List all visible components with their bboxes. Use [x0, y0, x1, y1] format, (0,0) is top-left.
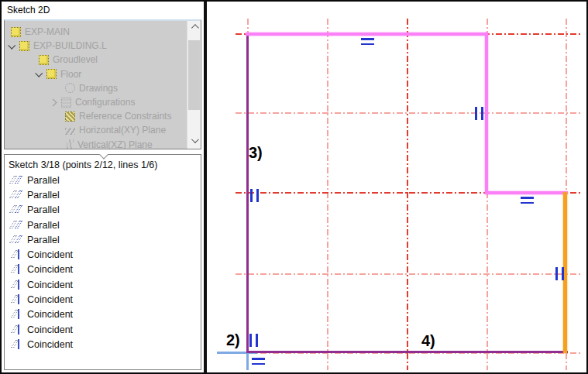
tree-item-drawings[interactable]: Drawings: [5, 81, 201, 95]
sketch-icon: [46, 69, 57, 79]
coincident-icon: [11, 249, 22, 260]
tree-scrollbar[interactable]: [187, 21, 201, 149]
tree-item-vertical-plane[interactable]: Vertical(XZ) Plane: [5, 138, 201, 150]
coincident-icon: [11, 324, 22, 335]
parallel-icon: [11, 190, 22, 201]
sketch-icon: [19, 41, 29, 51]
scrollbar-thumb[interactable]: [188, 40, 200, 110]
coincident-icon: [11, 309, 22, 320]
coincident-icon: [11, 264, 22, 275]
chevron-down-icon[interactable]: [34, 71, 43, 77]
constraint-label: Coincident: [27, 324, 73, 335]
parallel-constraint-symbol[interactable]: [555, 267, 564, 280]
origin-axis-y: [246, 352, 249, 370]
tree-item-label: Vertical(XZ) Plane: [77, 139, 153, 149]
list-item[interactable]: Coincident: [5, 322, 201, 337]
wall-left[interactable]: [246, 33, 249, 353]
tree-item-label: Groudlevel: [53, 54, 98, 65]
constraint-label: Coincident: [27, 294, 73, 305]
wall-step[interactable]: [485, 191, 568, 194]
tree-item-label: EXP-BUILDING.L: [33, 40, 107, 51]
vertex-label: 4): [421, 333, 435, 348]
vertical-plane-icon: [67, 139, 74, 149]
tree-item-exp-building[interactable]: EXP-BUILDING.L: [5, 39, 201, 53]
wall-right-upper[interactable]: [485, 33, 488, 194]
chevron-up-icon: [191, 24, 199, 32]
list-item[interactable]: Parallel: [5, 203, 201, 218]
tree-item-label: Horizontal(XY) Plane: [79, 125, 166, 136]
tree-item-label: Reference Constraints: [79, 111, 171, 122]
construction-line-vertical: [327, 19, 328, 370]
tree-item-configurations[interactable]: Configurations: [5, 95, 201, 109]
equal-constraint-symbol[interactable]: [521, 197, 534, 204]
constraint-label: Coincident: [27, 249, 73, 260]
sketch-icon: [39, 55, 49, 65]
parallel-icon: [11, 235, 22, 245]
sketch-icon: [11, 27, 21, 37]
parallel-icon: [11, 204, 22, 215]
coincident-icon: [11, 339, 22, 350]
tree-item-exp-main[interactable]: EXP-MAIN: [5, 25, 201, 39]
constraint-label: Coincident: [27, 280, 73, 290]
list-item[interactable]: Coincident: [5, 277, 201, 292]
tree-item-label: Floor: [60, 69, 81, 80]
list-item[interactable]: Coincident: [5, 337, 201, 352]
reference-constraints-icon: [65, 112, 75, 122]
tree-item-label: EXP-MAIN: [25, 26, 70, 37]
equal-constraint-symbol[interactable]: [252, 358, 265, 365]
parallel-constraint-symbol[interactable]: [249, 334, 258, 347]
parallel-icon: [11, 220, 22, 231]
construction-line-vertical: [407, 19, 408, 370]
panel-title: Sketch 2D: [2, 2, 204, 19]
tree-item-label: Configurations: [75, 97, 135, 108]
sketch-canvas[interactable]: 3)2)4): [207, 2, 586, 372]
tree-item-floor[interactable]: Floor: [5, 67, 201, 81]
constraint-label: Coincident: [27, 339, 73, 350]
chevron-down-icon[interactable]: [7, 43, 15, 49]
equal-constraint-symbol[interactable]: [361, 38, 374, 45]
constraint-label: Parallel: [27, 204, 60, 215]
wall-bottom[interactable]: [246, 351, 569, 354]
sketch-2d-window: Sketch 2D EXP-MAIN EXP-BUILDING.L Groudl…: [0, 0, 588, 374]
tree-item-groudlevel[interactable]: Groudlevel: [5, 53, 201, 67]
construction-line-horizontal: [236, 112, 581, 114]
constraint-label: Parallel: [27, 190, 60, 201]
list-item[interactable]: Parallel: [5, 187, 201, 202]
parallel-constraint-symbol[interactable]: [475, 107, 483, 120]
coincident-icon: [11, 294, 22, 305]
constraint-label: Parallel: [27, 220, 60, 231]
tree-item-label: Drawings: [79, 83, 118, 94]
vertex-label: 3): [249, 145, 263, 160]
vertex-label: 2): [226, 332, 240, 348]
list-item[interactable]: Coincident: [5, 292, 201, 307]
list-item[interactable]: Parallel: [5, 218, 201, 232]
constraint-list-panel: Sketch 3/18 (points 2/12, lines 1/6) Par…: [4, 154, 201, 370]
list-item[interactable]: Coincident: [5, 262, 201, 277]
constraint-label: Coincident: [27, 309, 73, 320]
construction-line-horizontal: [236, 273, 581, 275]
parallel-constraint-symbol[interactable]: [250, 189, 259, 202]
configurations-icon: [61, 98, 71, 108]
drawings-icon: [65, 83, 75, 93]
constraint-label: Coincident: [27, 264, 73, 275]
chevron-right-icon[interactable]: [49, 100, 57, 105]
list-item[interactable]: Parallel: [5, 173, 201, 187]
list-item[interactable]: Parallel: [5, 232, 201, 247]
constraint-list: Parallel Parallel Parallel Parallel Para…: [5, 173, 201, 352]
horizontal-plane-icon: [65, 128, 75, 135]
model-tree: EXP-MAIN EXP-BUILDING.L Groudlevel Floor: [4, 19, 201, 149]
chevron-down-icon: [191, 136, 199, 143]
scrollbar-up-button[interactable]: [187, 22, 201, 36]
tree-item-reference-constraints[interactable]: Reference Constraints: [5, 109, 201, 123]
coincident-icon: [11, 280, 22, 290]
tree-item-horizontal-plane[interactable]: Horizontal(XY) Plane: [5, 123, 201, 137]
left-panel: Sketch 2D EXP-MAIN EXP-BUILDING.L Groudl…: [2, 2, 204, 372]
parallel-icon: [11, 175, 22, 186]
constraint-label: Parallel: [27, 235, 60, 245]
constraint-label: Parallel: [27, 175, 60, 186]
list-item[interactable]: Coincident: [5, 307, 201, 322]
wall-top[interactable]: [246, 33, 488, 36]
list-item[interactable]: Coincident: [5, 247, 201, 262]
scrollbar-down-button[interactable]: [187, 134, 201, 147]
